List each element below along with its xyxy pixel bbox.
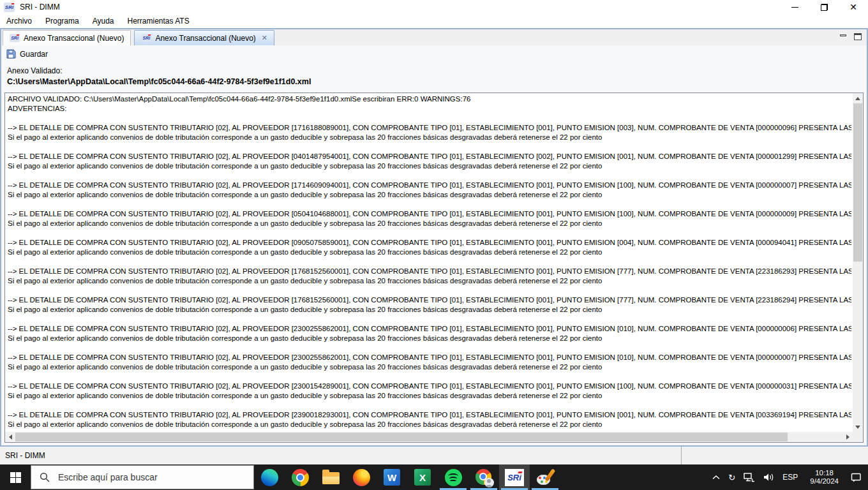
taskbar-app-sri-dimm[interactable]: SRi	[499, 464, 530, 490]
minimize-view-icon[interactable]	[840, 34, 846, 36]
scroll-right-icon[interactable]	[842, 432, 853, 442]
editor-content: Guardar Anexo Validado: C:\Users\Master\…	[1, 45, 867, 445]
status-bar: SRI - DIMM	[0, 447, 868, 464]
vertical-scrollbar[interactable]	[853, 93, 863, 432]
tab-label: Anexo Transaccional (Nuevo)	[155, 34, 255, 43]
title-bar: SRi SRI - DIMM ✕	[0, 0, 868, 14]
maximize-view-icon[interactable]	[854, 33, 862, 40]
menu-ayuda[interactable]: Ayuda	[93, 17, 114, 26]
spotify-icon	[445, 469, 462, 486]
save-floppy-icon	[6, 49, 16, 59]
taskbar-app-file-explorer[interactable]	[315, 464, 346, 490]
chrome-icon	[292, 469, 309, 486]
taskbar-app-edge[interactable]	[254, 464, 285, 490]
paint-icon	[536, 468, 554, 486]
menu-programa[interactable]: Programa	[45, 17, 79, 26]
scrollbar-corner	[853, 432, 863, 442]
sri-app-icon: SRi	[4, 3, 15, 12]
tray-language[interactable]: ESP	[782, 473, 798, 482]
tab-anexo-transaccional-1[interactable]: SRi Anexo Transaccional (Nuevo)	[3, 30, 131, 45]
taskbar-app-word[interactable]	[377, 464, 407, 490]
scroll-up-icon[interactable]	[853, 93, 863, 103]
taskbar-app-chrome[interactable]	[285, 464, 315, 490]
menu-archivo[interactable]: Archivo	[6, 17, 32, 26]
validated-file-path: C:\Users\Master\AppData\Local\Temp\fc05c…	[7, 77, 311, 86]
menu-herramientas-ats[interactable]: Herramientas ATS	[128, 17, 190, 26]
tray-notification-icon[interactable]	[851, 473, 862, 482]
restore-button[interactable]	[809, 0, 839, 14]
view-controls	[840, 33, 862, 40]
start-button[interactable]	[0, 464, 31, 490]
system-tray: ↻ ESP 10:18 9/4/2024	[712, 464, 868, 490]
taskbar-app-paint[interactable]	[530, 464, 560, 490]
scroll-down-icon[interactable]	[853, 422, 863, 432]
sri-tab-icon: SRi	[141, 34, 151, 42]
window-controls: ✕	[780, 0, 868, 14]
status-divider	[681, 447, 682, 464]
close-button[interactable]: ✕	[839, 0, 868, 14]
tab-strip: SRi Anexo Transaccional (Nuevo) SRi Anex…	[1, 29, 867, 45]
sri-tab-icon: SRi	[10, 34, 20, 42]
sri-dimm-icon: SRi	[505, 469, 524, 486]
profile-avatar	[484, 478, 494, 487]
workbench: SRi Anexo Transaccional (Nuevo) SRi Anex…	[0, 28, 868, 447]
validation-log-box: ARCHIVO VALIDADO: C:\Users\Master\AppDat…	[4, 93, 864, 443]
save-label: Guardar	[20, 50, 48, 59]
tray-chevron-up-icon[interactable]	[712, 475, 720, 480]
screen: SRi SRI - DIMM ✕ Archivo Programa Ayuda …	[0, 0, 868, 490]
taskbar-app-firefox[interactable]	[346, 464, 377, 490]
taskbar-app-chrome-profile[interactable]	[468, 464, 499, 490]
taskbar-app-excel[interactable]	[407, 464, 438, 490]
save-button[interactable]: Guardar	[6, 49, 48, 59]
edge-icon	[261, 469, 278, 486]
word-icon	[384, 469, 400, 486]
tray-date: 9/4/2024	[810, 477, 839, 486]
search-icon	[40, 472, 50, 482]
minimize-button[interactable]	[780, 0, 809, 14]
tray-clock[interactable]: 10:18 9/4/2024	[806, 469, 842, 486]
tab-label: Anexo Transaccional (Nuevo)	[24, 34, 124, 43]
tray-time: 10:18	[815, 469, 834, 477]
restore-icon	[821, 4, 828, 11]
windows-logo-icon	[10, 472, 21, 483]
scroll-left-icon[interactable]	[5, 432, 15, 442]
status-text: SRI - DIMM	[5, 451, 45, 460]
log-text[interactable]: ARCHIVO VALIDADO: C:\Users\Master\AppDat…	[8, 94, 851, 431]
taskbar-app-spotify[interactable]	[438, 464, 468, 490]
close-tab-icon[interactable]: ✕	[262, 34, 267, 42]
horizontal-scroll-thumb[interactable]	[15, 433, 788, 442]
taskbar-search	[31, 464, 254, 490]
minimize-icon	[791, 7, 798, 8]
anexo-validado-label: Anexo Validado:	[7, 66, 63, 75]
window-title: SRI - DIMM	[20, 3, 60, 11]
chrome-profile-icon	[475, 469, 493, 486]
taskbar: SRi ↻ ESP	[0, 464, 868, 490]
horizontal-scrollbar[interactable]	[5, 432, 853, 442]
tray-network-icon[interactable]	[744, 473, 755, 482]
firefox-icon	[353, 469, 370, 486]
file-explorer-icon	[322, 472, 340, 484]
excel-icon	[414, 469, 431, 486]
vertical-scroll-thumb[interactable]	[853, 103, 862, 262]
search-input[interactable]	[31, 465, 254, 489]
tray-speaker-icon[interactable]	[763, 473, 774, 482]
tray-update-icon[interactable]: ↻	[728, 473, 735, 482]
menu-bar: Archivo Programa Ayuda Herramientas ATS	[0, 14, 868, 28]
tab-anexo-transaccional-2[interactable]: SRi Anexo Transaccional (Nuevo) ✕	[134, 30, 274, 45]
close-icon: ✕	[849, 3, 857, 11]
